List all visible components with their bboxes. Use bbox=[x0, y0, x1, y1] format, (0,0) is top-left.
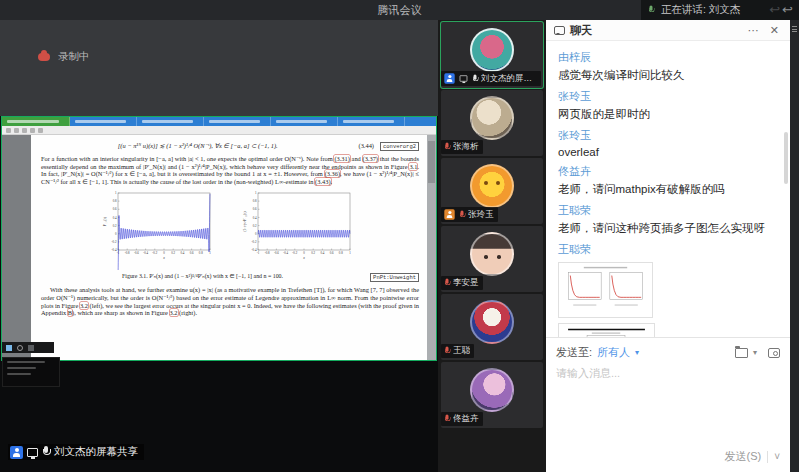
send-options-caret[interactable]: ˅ bbox=[774, 451, 780, 462]
speaking-label: 正在讲话: 刘文杰 bbox=[661, 3, 740, 17]
svg-text:x: x bbox=[162, 256, 165, 260]
send-button[interactable]: 发送(S) bbox=[724, 449, 761, 464]
screenshot-icon[interactable] bbox=[768, 348, 780, 358]
windows-start-icon[interactable] bbox=[6, 345, 12, 351]
chat-image-attachment[interactable] bbox=[558, 262, 653, 318]
svg-text:0.2: 0.2 bbox=[253, 224, 257, 228]
chat-scrollbar-thumb[interactable] bbox=[784, 132, 788, 184]
participant-tile[interactable]: 李安昱 bbox=[441, 226, 543, 292]
svg-text:0: 0 bbox=[115, 232, 117, 236]
pdf-tab[interactable] bbox=[2, 117, 70, 126]
cloud-record-icon bbox=[38, 53, 50, 61]
pdf-tab[interactable] bbox=[70, 117, 137, 126]
chat-panel: 聊天 ⋯ ✕ 由梓辰 感觉每次编译时间比较久 张玲玉 网页版的是即时的 张玲玉 … bbox=[546, 20, 790, 472]
svg-text:-0.4: -0.4 bbox=[143, 251, 148, 255]
message-text: 老师，请问mathpix有破解版的吗 bbox=[558, 182, 778, 197]
hamburger-icon[interactable] bbox=[792, 26, 797, 32]
send-to-selector[interactable]: 所有人 bbox=[597, 345, 630, 360]
presenter-label: 刘文杰的屏幕共享 bbox=[8, 444, 144, 460]
participant-tile[interactable]: 佟益卉 bbox=[441, 362, 543, 428]
popup-line bbox=[7, 361, 45, 363]
chat-messages[interactable]: 由梓辰 感觉每次编译时间比较久 张玲玉 网页版的是即时的 张玲玉 overlea… bbox=[546, 41, 790, 337]
svg-text:-0.6: -0.6 bbox=[274, 251, 279, 255]
pdf-scrollbar[interactable] bbox=[427, 135, 436, 360]
muted-mic-icon bbox=[459, 210, 465, 219]
chevron-down-icon[interactable]: ▾ bbox=[753, 348, 757, 357]
pdf-page: [(u − π¹ᴺ u)(x)] ≲ (1 − x²)¹/⁴ O(N⁻ˢ), ∀… bbox=[31, 135, 427, 360]
equation: [(u − π¹ᴺ u)(x)] ≲ (1 − x²)¹/⁴ O(N⁻ˢ), ∀… bbox=[41, 142, 355, 150]
meeting-window: 腾讯会议 正在讲话: 刘文杰 ↩ ↩ 录制中 bbox=[0, 0, 799, 472]
svg-text:0.2: 0.2 bbox=[311, 251, 315, 255]
svg-text:0.8: 0.8 bbox=[199, 251, 203, 255]
toolbar-icon[interactable] bbox=[22, 128, 27, 133]
svg-text:-0.4: -0.4 bbox=[283, 251, 288, 255]
recording-label: 录制中 bbox=[58, 50, 90, 64]
avatar bbox=[470, 28, 514, 72]
avatar bbox=[470, 164, 514, 208]
message-sender: 张玲玉 bbox=[558, 128, 778, 143]
toolbar-icon[interactable] bbox=[6, 128, 11, 133]
mic-icon bbox=[42, 446, 50, 458]
paragraph-2: With these analysis tools at hand, we fu… bbox=[41, 286, 419, 316]
undo-arrow-icon[interactable]: ↩ bbox=[769, 1, 780, 19]
svg-text:0.4: 0.4 bbox=[253, 216, 257, 220]
message-sender: 王聪荣 bbox=[558, 242, 778, 257]
popup-line bbox=[7, 373, 31, 375]
plot-right: 10.80.60.40.20-0.2-0.4-1-0.8-0.6-0.4-0.2… bbox=[241, 190, 359, 270]
pdf-tab[interactable] bbox=[137, 117, 204, 126]
pdf-tab[interactable] bbox=[204, 117, 271, 126]
popup-line bbox=[7, 367, 36, 369]
chat-footer: 发送至: 所有人 ▾ ▾ 请输入消息... 发送(S) ˅ bbox=[546, 337, 790, 472]
divider bbox=[767, 451, 768, 463]
chat-input[interactable]: 请输入消息... bbox=[546, 360, 790, 387]
equation-number: (3.44) bbox=[359, 142, 374, 150]
toolbar-icon[interactable] bbox=[30, 128, 35, 133]
message-sender: 佟益卉 bbox=[558, 164, 778, 179]
share-background bbox=[0, 20, 438, 116]
svg-text:0.2: 0.2 bbox=[171, 251, 175, 255]
hand-raised-icon bbox=[444, 209, 454, 219]
participant-strip: 刘文杰的屏幕共享 张海析 张玲玉 bbox=[438, 20, 546, 472]
participant-name: 王聪 bbox=[453, 345, 470, 357]
pdf-scrollbar-thumb[interactable] bbox=[428, 141, 435, 183]
taskbar-popup bbox=[2, 357, 60, 387]
taskbar-app-icon[interactable] bbox=[28, 345, 34, 351]
svg-text:0.6: 0.6 bbox=[113, 208, 117, 212]
chevron-down-icon[interactable]: ▾ bbox=[635, 348, 639, 357]
chat-image-attachment[interactable] bbox=[558, 323, 655, 337]
mic-icon bbox=[472, 74, 478, 83]
side-toggle-strip bbox=[790, 20, 799, 472]
svg-text:0.4: 0.4 bbox=[113, 216, 117, 220]
pdf-tab[interactable] bbox=[338, 117, 405, 126]
svg-text:-0.8: -0.8 bbox=[265, 251, 270, 255]
svg-text:0.8: 0.8 bbox=[253, 200, 257, 204]
plot-left: 10.80.60.40.20-0.2-0.4-1-0.8-0.6-0.4-0.2… bbox=[101, 190, 219, 270]
taskbar-fragment bbox=[2, 342, 54, 353]
mic-icon bbox=[648, 6, 654, 15]
message-text: 感觉每次编译时间比较久 bbox=[558, 68, 778, 83]
svg-text:0.6: 0.6 bbox=[190, 251, 194, 255]
file-attach-icon[interactable] bbox=[735, 348, 748, 358]
toolbar-icon[interactable] bbox=[38, 128, 43, 133]
svg-text:-0.2: -0.2 bbox=[252, 240, 257, 244]
person-badge-icon bbox=[444, 73, 454, 83]
svg-text:-0.6: -0.6 bbox=[134, 251, 139, 255]
participant-tile[interactable]: 张海析 bbox=[441, 90, 543, 156]
participant-tile[interactable]: 张玲玉 bbox=[441, 158, 543, 224]
muted-mic-icon bbox=[444, 347, 450, 356]
participant-tile[interactable]: 王聪 bbox=[441, 294, 543, 360]
toolbar-icon[interactable] bbox=[14, 128, 19, 133]
person-badge-icon bbox=[10, 446, 23, 459]
chat-more-button[interactable]: ⋯ bbox=[745, 20, 762, 40]
pdf-tab[interactable] bbox=[271, 117, 338, 126]
chat-close-button[interactable]: ✕ bbox=[767, 20, 782, 40]
redo-arrow-icon[interactable]: ↩ bbox=[782, 1, 793, 19]
svg-text:x: x bbox=[302, 256, 305, 260]
figure-caption: Figure 3.1. P′ₙ(x) and (1 − x²)¹/⁴P′ₙ(x)… bbox=[41, 273, 364, 281]
search-icon[interactable] bbox=[17, 345, 23, 351]
arrow-icons: ↩ ↩ bbox=[769, 1, 793, 19]
participant-tile[interactable]: 刘文杰的屏幕共享 bbox=[441, 22, 543, 88]
shared-pdf-window[interactable]: [(u − π¹ᴺ u)(x)] ≲ (1 − x²)¹/⁴ O(N⁻ˢ), ∀… bbox=[1, 116, 437, 361]
equation-tag: converorg2 bbox=[380, 142, 419, 151]
svg-text:-0.2: -0.2 bbox=[292, 251, 297, 255]
